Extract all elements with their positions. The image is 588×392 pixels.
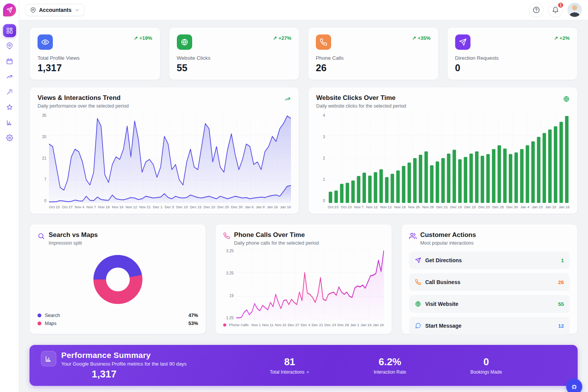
stat-card-direction-requests: ↗ +2%Direction Requests0 (447, 27, 578, 80)
stat-value: 0 (455, 62, 570, 74)
sidebar-item-dashboard[interactable] (3, 24, 16, 37)
sidebar-item-trends[interactable] (3, 70, 16, 83)
summary-title: Performance Summary (61, 351, 187, 360)
notification-badge: 1 (557, 2, 564, 8)
action-row-start-message[interactable]: Start Message12 (409, 317, 570, 335)
trend-arrow-icon: ↗ (134, 35, 138, 41)
trend-up-icon (284, 96, 291, 102)
summary-stat-label: Interaction Rate (374, 369, 406, 375)
x-tick: Dec 15 (464, 205, 476, 209)
trend-up-icon (6, 73, 13, 80)
search-icon (38, 232, 45, 246)
sparkle-icon: ✦ (306, 370, 309, 374)
x-tick: Nov 12 (126, 205, 137, 209)
x-tick: Dec 23 (204, 205, 215, 209)
summary-stat-label: Total Interactions✦ (270, 369, 310, 375)
stat-label: Phone Calls (316, 55, 431, 61)
sidebar-item-reviews[interactable] (3, 101, 16, 114)
trend-arrow-icon: ↗ (412, 35, 416, 41)
summary-stat-label: Bookings Made (470, 369, 502, 375)
action-row-get-directions[interactable]: Get Directions1 (409, 252, 570, 269)
trend-arrow-icon: ↗ (273, 35, 277, 41)
y-tick: 7 (44, 177, 46, 181)
views-trend-x-axis: Oct 23Oct 27Nov 4Nov 7Nov 18Nov 16Nov 12… (49, 205, 291, 209)
location-selector[interactable]: Accountants (25, 4, 85, 16)
stat-delta: ↗ +2% (554, 35, 570, 41)
action-value: 1 (561, 258, 564, 263)
phone-calls-card: Phone Calls Over Time Daily phone calls … (215, 224, 392, 334)
action-row-visit-website[interactable]: Visit Website55 (409, 295, 570, 313)
x-tick: Dec 15 (190, 205, 201, 209)
sidebar-item-ai-tools[interactable] (3, 85, 16, 98)
phone-icon (316, 34, 331, 50)
legend-dot (38, 322, 41, 325)
x-tick: Nov 1 (252, 323, 261, 327)
gear-icon (6, 134, 13, 141)
magic-wand-icon (6, 88, 13, 95)
y-tick: 0 (323, 199, 325, 203)
main-area: Accountants 1 ↗ +19%Total Profile Views1… (19, 0, 588, 392)
legend-item-maps: Maps53% (38, 321, 198, 326)
x-tick: Nov 4 (75, 205, 84, 209)
trend-arrow-icon: ↗ (554, 35, 558, 41)
help-button[interactable] (529, 3, 544, 17)
phone-calls-plot[interactable] (236, 249, 384, 320)
stat-value: 26 (316, 62, 431, 74)
notifications-button[interactable]: 1 (548, 3, 563, 17)
sidebar-item-locations[interactable] (3, 39, 16, 52)
website-clicks-plot[interactable] (328, 113, 570, 203)
x-tick: Jan 8 (256, 205, 265, 209)
x-tick: Nov 11 (262, 323, 273, 327)
views-trend-subtitle: Daily performance over the selected peri… (38, 103, 129, 109)
y-tick: 1 (323, 177, 325, 181)
summary-subtitle: Your Google Business Profile metrics for… (61, 361, 187, 367)
star-icon (6, 104, 13, 111)
action-row-call-business[interactable]: Call Business26 (409, 273, 570, 291)
sidebar-item-calendar[interactable] (3, 55, 16, 68)
bar-chart-icon (6, 119, 13, 126)
topbar: Accountants 1 (19, 0, 588, 20)
x-tick: Jan 15 (545, 205, 556, 209)
action-label: Start Message (425, 323, 462, 329)
stat-cards-row: ↗ +19%Total Profile Views1,317↗ +27%Webs… (29, 27, 578, 80)
sidebar-item-settings[interactable] (3, 131, 16, 144)
debug-fab-button[interactable] (566, 379, 582, 392)
dashboard-content: ↗ +19%Total Profile Views1,317↗ +27%Webs… (19, 20, 588, 392)
y-tick: 20 (42, 135, 46, 139)
y-tick: 1.25 (226, 316, 234, 320)
summary-total-views: 1,317 (41, 368, 167, 380)
map-pin-icon (6, 42, 13, 49)
legend-value: 53% (188, 321, 198, 326)
x-tick: Nov 29 (422, 205, 434, 209)
x-tick: Nov 16 (112, 205, 123, 209)
calendar-icon (6, 58, 13, 65)
stat-delta: ↗ +19% (134, 35, 152, 41)
x-tick: Dec 25 (492, 205, 504, 209)
sidebar-item-reports[interactable] (3, 116, 16, 129)
search-vs-maps-title: Search vs Maps (49, 231, 98, 239)
views-trend-plot[interactable] (49, 113, 291, 203)
x-tick: Jan 16 (267, 205, 278, 209)
x-tick: Nov 18 (98, 205, 109, 209)
action-label: Visit Website (425, 301, 459, 307)
donut-legend: Search47%Maps53% (38, 313, 198, 327)
x-tick: Nov 18 (394, 205, 406, 209)
send-icon (415, 257, 421, 263)
search-vs-maps-subtitle: Impression split (49, 240, 98, 246)
user-avatar[interactable] (567, 3, 582, 17)
x-tick: Nov 22 (275, 323, 286, 327)
x-tick: Dec 21 (436, 205, 448, 209)
action-value: 12 (558, 323, 564, 329)
search-vs-maps-card: Search vs Maps Impression split Search47… (29, 224, 206, 334)
summary-stat-value: 81 (270, 356, 310, 368)
stat-value: 1,317 (38, 62, 152, 74)
views-trend-y-axis: 35202170 (38, 113, 49, 203)
phone-calls-title: Phone Calls Over Time (234, 231, 319, 239)
website-clicks-x-axis: Oct 23Oct 23Nov 7Nov 12Nov 12Nov 18Nov 2… (328, 205, 570, 209)
bar-chart-icon (41, 351, 56, 366)
app-logo[interactable] (3, 3, 16, 16)
app-window: Accountants 1 ↗ +19%Total Profile Views1… (0, 0, 588, 392)
search-vs-maps-donut[interactable] (93, 255, 142, 304)
views-trend-card: Views & Interactions Trend Daily perform… (29, 87, 299, 214)
x-tick: Dec 4 (301, 323, 310, 327)
